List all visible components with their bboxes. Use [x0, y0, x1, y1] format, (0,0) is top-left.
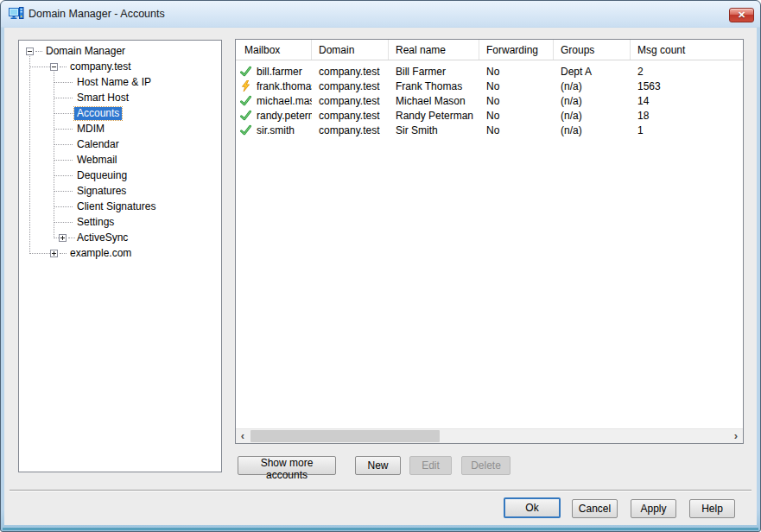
- column-header-forwarding[interactable]: Forwarding: [479, 40, 554, 60]
- tree-item-mdim[interactable]: MDIM: [19, 122, 221, 137]
- help-button[interactable]: Help: [689, 499, 735, 518]
- column-header-domain[interactable]: Domain: [312, 40, 389, 60]
- cell-forwarding: No: [479, 110, 554, 122]
- account-row-sir.smith[interactable]: sir.smithcompany.testSir SmithNo(n/a)1: [236, 123, 743, 137]
- cell-domain: company.test: [312, 95, 389, 107]
- tree-item-label: ActiveSync: [74, 231, 130, 244]
- tree-item-activesync[interactable]: ActiveSync: [19, 231, 221, 246]
- footer-divider: [10, 490, 751, 491]
- accounts-table-header: MailboxDomainReal nameForwardingGroupsMs…: [236, 40, 743, 60]
- cell-msg_count: 1: [631, 124, 743, 136]
- check-icon: [240, 66, 251, 77]
- tree-expand-icon[interactable]: [50, 250, 58, 257]
- cell-forwarding: No: [479, 66, 554, 78]
- titlebar[interactable]: Domain Manager - Accounts ✕: [1, 1, 760, 28]
- account-row-bill.farmer[interactable]: bill.farmercompany.testBill FarmerNoDept…: [236, 64, 743, 79]
- tree-item-client-signatures[interactable]: Client Signatures: [19, 200, 221, 215]
- scrollbar-thumb[interactable]: [250, 430, 440, 442]
- edit-button[interactable]: Edit: [409, 456, 452, 475]
- tree-item-label: company.test: [67, 60, 133, 73]
- cell-mailbox: frank.thomas: [236, 80, 312, 92]
- mailbox-name: sir.smith: [257, 124, 295, 136]
- check-icon: [240, 95, 251, 106]
- cell-msg_count: 1563: [631, 80, 743, 92]
- tree-connector: [54, 113, 73, 114]
- account-row-frank.thomas[interactable]: frank.thomascompany.testFrank ThomasNo(n…: [236, 79, 743, 93]
- tree-item-webmail[interactable]: Webmail: [19, 153, 221, 168]
- show-more-accounts-button[interactable]: Show more accounts: [238, 456, 336, 475]
- cell-mailbox: randy.peterman: [236, 110, 312, 122]
- apply-button[interactable]: Apply: [631, 499, 676, 518]
- cell-real_name: Sir Smith: [389, 124, 479, 136]
- horizontal-scrollbar[interactable]: ‹ ›: [236, 428, 743, 443]
- tree-connector: [54, 222, 73, 223]
- cancel-button[interactable]: Cancel: [572, 499, 618, 518]
- tree-item-label: Client Signatures: [74, 200, 158, 213]
- account-row-michael.mason[interactable]: michael.masoncompany.testMichael MasonNo…: [236, 93, 743, 108]
- cell-groups: (n/a): [554, 95, 631, 107]
- column-header-groups[interactable]: Groups: [554, 40, 631, 60]
- tree-connector: [60, 253, 67, 254]
- tree-item-label: Dequeuing: [74, 169, 130, 182]
- tree-connector: [60, 66, 67, 67]
- account-row-randy.peterman[interactable]: randy.petermancompany.testRandy Peterman…: [236, 108, 743, 123]
- cell-msg_count: 14: [631, 95, 743, 107]
- tree-item-company.test[interactable]: company.test: [19, 60, 221, 75]
- scroll-right-arrow[interactable]: ›: [729, 429, 743, 443]
- mailbox-name: michael.mason: [257, 95, 312, 107]
- tree-connector: [54, 191, 73, 192]
- tree-connector: [35, 51, 42, 52]
- cell-domain: company.test: [312, 110, 389, 122]
- cell-groups: Dept A: [554, 66, 631, 78]
- tree-expand-icon[interactable]: [59, 234, 67, 242]
- ok-button[interactable]: Ok: [504, 497, 561, 518]
- tree-item-calendar[interactable]: Calendar: [19, 137, 221, 153]
- cell-msg_count: 18: [631, 110, 743, 122]
- tree-connector: [54, 98, 73, 98]
- cell-groups: (n/a): [554, 80, 631, 92]
- domain-tree-panel: Domain Managercompany.testHost Name & IP…: [18, 40, 222, 472]
- app-icon[interactable]: [9, 7, 24, 21]
- tree-item-accounts[interactable]: Accounts: [19, 106, 221, 122]
- tree-item-label: MDIM: [74, 123, 107, 136]
- tree-item-example.com[interactable]: example.com: [19, 246, 221, 262]
- window-title: Domain Manager - Accounts: [29, 1, 165, 27]
- delete-button[interactable]: Delete: [461, 456, 511, 475]
- cell-msg_count: 2: [631, 66, 743, 78]
- tree-item-label: Accounts: [74, 107, 122, 120]
- column-header-real-name[interactable]: Real name: [389, 40, 479, 60]
- tree-collapse-icon[interactable]: [50, 63, 58, 71]
- tree-item-label: example.com: [67, 247, 134, 260]
- cell-groups: (n/a): [554, 110, 631, 122]
- cell-forwarding: No: [479, 80, 554, 92]
- cell-domain: company.test: [312, 80, 389, 92]
- check-icon: [240, 110, 251, 121]
- tree-connector: [54, 160, 73, 161]
- tree-connector: [54, 206, 73, 207]
- lightning-icon: [240, 80, 251, 92]
- cell-real_name: Michael Mason: [389, 95, 479, 107]
- cell-real_name: Randy Peterman: [389, 110, 479, 122]
- cell-mailbox: sir.smith: [236, 124, 312, 136]
- column-header-msg-count[interactable]: Msg count: [631, 40, 743, 60]
- cell-forwarding: No: [479, 124, 554, 136]
- cell-groups: (n/a): [554, 124, 631, 136]
- tree-item-dequeuing[interactable]: Dequeuing: [19, 168, 221, 184]
- cell-real_name: Bill Farmer: [389, 66, 479, 78]
- tree-collapse-icon[interactable]: [26, 48, 34, 55]
- tree-item-settings[interactable]: Settings: [19, 215, 221, 231]
- tree-item-label: Settings: [74, 216, 117, 229]
- new-button[interactable]: New: [355, 456, 401, 475]
- mailbox-name: frank.thomas: [257, 80, 312, 92]
- scroll-left-arrow[interactable]: ‹: [236, 429, 250, 443]
- check-icon: [240, 124, 251, 136]
- tree-item-signatures[interactable]: Signatures: [19, 184, 221, 200]
- tree-item-host-name-ip[interactable]: Host Name & IP: [19, 75, 221, 91]
- tree-item-domain-manager[interactable]: Domain Manager: [19, 44, 221, 60]
- dialog-window: Domain Manager - Accounts ✕ Domain Manag…: [0, 0, 761, 532]
- column-header-mailbox[interactable]: Mailbox: [236, 40, 312, 60]
- tree-item-smart-host[interactable]: Smart Host: [19, 91, 221, 106]
- dialog-body: Domain Managercompany.testHost Name & IP…: [4, 28, 757, 525]
- close-button[interactable]: ✕: [729, 8, 754, 22]
- tree-connector: [54, 175, 73, 176]
